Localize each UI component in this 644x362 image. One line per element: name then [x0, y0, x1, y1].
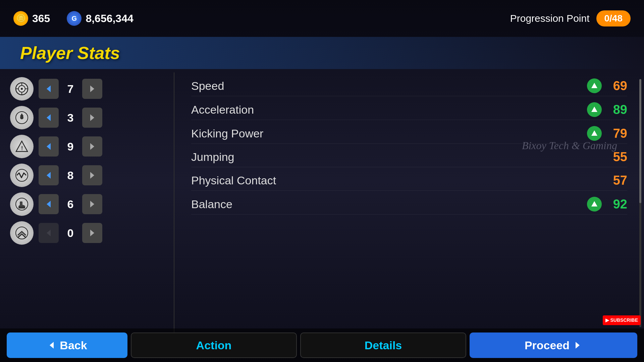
svg-rect-23 [20, 201, 22, 206]
header: 🪙 365 G 8,656,344 Progression Point 0/48 [0, 0, 644, 37]
proceed-label: Proceed [525, 339, 570, 352]
svg-marker-20 [90, 172, 94, 179]
stat-0-value: 7 [64, 82, 77, 96]
targeting-icon [10, 77, 34, 101]
svg-marker-25 [47, 201, 51, 207]
svg-marker-7 [47, 85, 51, 92]
speed-up-icon [587, 78, 602, 93]
proceed-button[interactable]: Proceed [470, 333, 637, 358]
svg-marker-33 [591, 201, 597, 206]
jumping-label: Jumping [191, 150, 607, 164]
balance-label: Balance [191, 198, 587, 211]
svg-marker-17 [90, 143, 94, 150]
jumping-stat: Jumping 55 [191, 147, 627, 167]
gems-block: G 8,656,344 [67, 11, 133, 26]
stat-5-right-btn[interactable] [82, 223, 102, 243]
svg-marker-26 [90, 201, 94, 207]
kicking-power-up-icon [587, 126, 602, 141]
balance-value: 92 [607, 197, 627, 212]
balance-up-icon [587, 197, 602, 212]
action-label: Action [196, 339, 232, 352]
acceleration-label: Acceleration [191, 103, 587, 116]
svg-text:!: ! [21, 145, 23, 151]
physical-contact-value: 57 [607, 173, 627, 188]
ball-icon [10, 106, 34, 129]
stat-0-left-btn[interactable] [39, 79, 59, 99]
left-panel: 7 3 [0, 72, 174, 334]
stat-4-value: 6 [64, 198, 77, 211]
coins-value: 365 [32, 12, 50, 25]
svg-marker-32 [591, 130, 597, 136]
stat-4-left-btn[interactable] [39, 194, 59, 214]
page-title: Player Stats [20, 43, 120, 63]
left-stat-row-0: 7 [10, 76, 164, 102]
left-stat-row-4: 6 [10, 191, 164, 217]
acceleration-up-icon [587, 102, 602, 117]
kicking-power-stat: Kicking Power 79 [191, 123, 627, 144]
bottom-nav: Back Action Details Proceed [0, 328, 644, 362]
physical-contact-label: Physical Contact [191, 174, 607, 187]
title-bar: Player Stats [0, 37, 644, 69]
triangle-icon: ! [10, 135, 34, 158]
balance-stat: Balance 92 [191, 194, 627, 215]
stat-1-right-btn[interactable] [82, 108, 102, 128]
coin-icon: 🪙 [13, 11, 28, 26]
right-panel: Speed 69 Acceleration 89 Kicking Power 7… [174, 72, 644, 334]
svg-rect-24 [18, 206, 25, 208]
stat-1-value: 3 [64, 111, 77, 124]
stat-1-left-btn[interactable] [39, 108, 59, 128]
coins-block: 🪙 365 [13, 11, 50, 26]
gem-icon: G [67, 11, 82, 26]
svg-marker-12 [47, 114, 51, 121]
stat-2-value: 9 [64, 140, 77, 153]
speed-label: Speed [191, 79, 587, 93]
kicking-power-label: Kicking Power [191, 127, 587, 140]
svg-marker-34 [50, 342, 54, 349]
proceed-arrow-icon [573, 341, 582, 350]
left-stat-row-5: 0 [10, 220, 164, 246]
back-button[interactable]: Back [7, 333, 127, 358]
youtube-badge[interactable]: ▶ SUBSCRIBE [603, 315, 641, 325]
shield-icon [10, 164, 34, 187]
action-button[interactable]: Action [131, 333, 297, 358]
left-stat-row-3: 8 [10, 162, 164, 188]
svg-marker-28 [47, 230, 51, 236]
progression-label: Progression Point [510, 13, 590, 24]
svg-marker-16 [47, 143, 51, 150]
progression-badge: 0/48 [596, 10, 631, 26]
svg-marker-31 [591, 107, 597, 112]
svg-marker-19 [47, 172, 51, 179]
svg-marker-29 [90, 230, 94, 236]
stat-5-left-btn[interactable] [39, 223, 59, 243]
left-stat-row-1: 3 [10, 105, 164, 131]
scrollbar[interactable] [639, 79, 641, 327]
gems-value: 8,656,344 [86, 12, 133, 25]
stat-2-right-btn[interactable] [82, 136, 102, 157]
stat-0-right-btn[interactable] [82, 79, 102, 99]
stat-3-value: 8 [64, 169, 77, 182]
acceleration-value: 89 [607, 103, 627, 117]
progression-block: Progression Point 0/48 [510, 10, 631, 26]
back-arrow-icon [47, 341, 56, 350]
kicking-power-value: 79 [607, 126, 627, 141]
speed-value: 69 [607, 79, 627, 93]
details-label: Details [365, 339, 402, 352]
details-button[interactable]: Details [300, 333, 466, 358]
svg-marker-35 [576, 342, 580, 349]
svg-marker-30 [591, 83, 597, 88]
main-content: 7 3 [0, 72, 644, 334]
jumping-value: 55 [607, 150, 627, 164]
chevrons-icon [10, 221, 34, 245]
svg-marker-13 [90, 114, 94, 121]
scrollbar-thumb [639, 79, 641, 203]
stat-3-right-btn[interactable] [82, 165, 102, 185]
speed-stat: Speed 69 [191, 76, 627, 96]
stat-2-left-btn[interactable] [39, 136, 59, 157]
svg-point-11 [20, 116, 23, 119]
svg-marker-8 [90, 85, 94, 92]
stat-3-left-btn[interactable] [39, 165, 59, 185]
acceleration-stat: Acceleration 89 [191, 100, 627, 120]
boot-icon [10, 192, 34, 216]
physical-contact-stat: Physical Contact 57 [191, 171, 627, 191]
stat-4-right-btn[interactable] [82, 194, 102, 214]
